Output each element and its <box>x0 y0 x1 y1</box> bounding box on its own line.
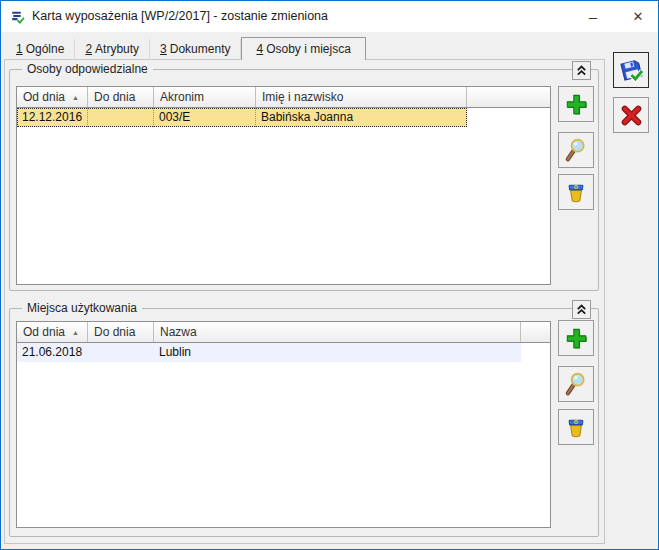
svg-text:♻: ♻ <box>573 184 578 190</box>
column-header-filler <box>467 87 550 107</box>
tab-dokumenty[interactable]: 3Dokumenty <box>150 39 241 60</box>
magnifier-icon <box>563 137 589 163</box>
double-chevron-up-icon <box>575 303 588 316</box>
collapse-button[interactable] <box>572 61 591 80</box>
add-place-button[interactable] <box>558 320 594 356</box>
save-floppy-icon <box>618 57 645 84</box>
table-header: Od dnia ▲ Do dnia Nazwa <box>17 322 550 343</box>
column-header-akronim[interactable]: Akronim <box>154 87 256 107</box>
sort-ascending-icon: ▲ <box>72 88 79 107</box>
tab-accelerator: 4 <box>256 42 263 56</box>
column-header-od-dnia[interactable]: Od dnia ▲ <box>17 87 88 107</box>
cell-do-dnia <box>88 108 154 127</box>
column-header-do-dnia[interactable]: Do dnia <box>88 87 154 107</box>
table-osoby: Od dnia ▲ Do dnia Akronim Imię i nazwisk… <box>16 86 551 285</box>
tab-accelerator: 2 <box>85 42 92 56</box>
table-miejsca: Od dnia ▲ Do dnia Nazwa 21.06.2018 Lubli… <box>16 321 551 528</box>
save-button[interactable] <box>613 52 649 88</box>
window-title: Karta wyposażenia [WP/2/2017] - zostanie… <box>32 1 328 32</box>
column-header-label: Od dnia <box>23 325 65 339</box>
table-header: Od dnia ▲ Do dnia Akronim Imię i nazwisk… <box>17 87 550 108</box>
delete-person-button[interactable]: ♻ <box>558 174 594 210</box>
app-icon <box>9 8 26 25</box>
cell-imie-i-nazwisko: Babińska Joanna <box>256 108 467 127</box>
group-title: Miejsca użytkowania <box>22 301 142 315</box>
view-place-button[interactable] <box>558 366 594 402</box>
titlebar: Karta wyposażenia [WP/2/2017] - zostanie… <box>1 1 658 32</box>
sort-ascending-icon: ▲ <box>72 323 79 342</box>
group-osoby-odpowiedzialne: Osoby odpowiedzialne Od dnia ▲ Do dnia A… <box>9 69 599 291</box>
table-row-selected[interactable]: 12.12.2016 003/E Babińska Joanna <box>17 108 467 127</box>
tab-ogolne[interactable]: 1Ogólne <box>6 39 75 60</box>
plus-icon <box>563 325 589 351</box>
tab-strip: 1Ogólne 2Atrybuty 3Dokumenty 4Osoby i mi… <box>6 37 366 60</box>
column-header-filler <box>521 322 550 342</box>
group-title: Osoby odpowiedzialne <box>22 62 153 76</box>
tab-label: Atrybuty <box>95 42 139 56</box>
column-header-do-dnia[interactable]: Do dnia <box>88 322 154 342</box>
magnifier-icon <box>563 371 589 397</box>
view-person-button[interactable] <box>558 132 594 168</box>
table-row[interactable]: 21.06.2018 Lublin <box>17 343 521 362</box>
svg-text:♻: ♻ <box>573 419 578 425</box>
tab-label: Dokumenty <box>170 42 231 56</box>
cell-akronim: 003/E <box>154 108 256 127</box>
cell-od-dnia: 12.12.2016 <box>17 108 88 127</box>
dialog-window: Karta wyposażenia [WP/2/2017] - zostanie… <box>0 0 659 550</box>
cancel-button[interactable] <box>613 97 649 133</box>
trash-can-icon: ♻ <box>563 414 589 440</box>
column-header-label: Od dnia <box>23 90 65 104</box>
plus-icon <box>563 91 589 117</box>
cancel-x-icon <box>618 102 645 129</box>
collapse-button[interactable] <box>572 300 591 319</box>
tab-label: Osoby i miejsca <box>266 42 351 56</box>
add-person-button[interactable] <box>558 86 594 122</box>
tab-accelerator: 3 <box>160 42 167 56</box>
column-header-od-dnia[interactable]: Od dnia ▲ <box>17 322 88 342</box>
cell-od-dnia: 21.06.2018 <box>17 343 88 362</box>
column-header-imie-i-nazwisko[interactable]: Imię i nazwisko <box>256 87 467 107</box>
minimize-button[interactable]: – <box>576 1 610 32</box>
tab-accelerator: 1 <box>16 42 23 56</box>
tab-label: Ogólne <box>26 42 65 56</box>
delete-place-button[interactable]: ♻ <box>558 409 594 445</box>
cell-nazwa: Lublin <box>154 343 521 362</box>
tab-osoby-i-miejsca[interactable]: 4Osoby i miejsca <box>241 37 365 60</box>
tab-atrybuty[interactable]: 2Atrybuty <box>75 39 150 60</box>
column-header-nazwa[interactable]: Nazwa <box>154 322 521 342</box>
double-chevron-up-icon <box>575 64 588 77</box>
close-button[interactable]: ✕ <box>621 1 655 32</box>
trash-can-icon: ♻ <box>563 179 589 205</box>
cell-do-dnia <box>88 343 154 362</box>
group-miejsca-uzytkowania: Miejsca użytkowania Od dnia ▲ Do dnia Na… <box>9 308 599 537</box>
